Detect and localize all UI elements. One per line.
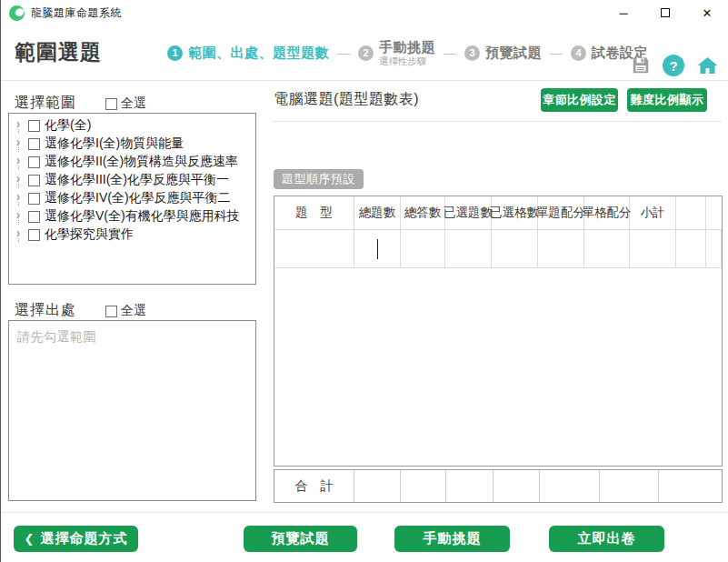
step-1-label: 範圍、出處、題型題數: [188, 45, 329, 62]
total-cell: [600, 470, 659, 502]
preview-exam-button[interactable]: 預覽試題: [244, 526, 357, 552]
question-type-table: 題 型 總題數 總答數 已選題數 已選格數 單題配分 單格配分 小計: [274, 196, 723, 467]
maximize-button[interactable]: [644, 0, 686, 25]
difficulty-ratio-button[interactable]: 難度比例顯示: [627, 88, 707, 112]
step-3: 3 預覽試題: [464, 45, 542, 62]
total-row-table: 合 計: [274, 469, 723, 503]
home-icon[interactable]: [696, 55, 719, 76]
step-4-number: 4: [571, 45, 586, 61]
step-2-sublabel: 選擇性步驟: [379, 55, 435, 66]
tree-item-label[interactable]: 化學探究與實作: [45, 226, 134, 243]
step-2-label: 手動挑題: [379, 39, 435, 55]
cell-total-answers[interactable]: [401, 230, 445, 268]
cell-selected-blanks[interactable]: [492, 230, 538, 268]
step-dash: —: [335, 45, 352, 60]
total-cell: [494, 470, 540, 502]
back-to-method-button[interactable]: ❮ 選擇命題方式: [14, 526, 138, 552]
step-dash: —: [442, 45, 458, 60]
table-empty-area: [274, 268, 722, 466]
minimize-button[interactable]: ─: [603, 0, 644, 25]
tree-item-elective-2[interactable]: › 選修化學II(全)物質構造與反應速率: [13, 153, 255, 171]
col-header-selected-questions: 已選題數: [445, 196, 492, 230]
tree-item-checkbox[interactable]: [28, 175, 40, 186]
cell-total-questions-input[interactable]: [354, 230, 401, 268]
right-panel-divider: [272, 121, 722, 122]
tree-item-checkbox[interactable]: [28, 193, 40, 205]
tree-item-label[interactable]: 選修化學III(全)化學反應與平衡一: [45, 172, 229, 188]
step-indicator: 1 範圍、出處、題型題數 — 2 手動挑題 選擇性步驟 — 3 預覽試題 — 4…: [167, 25, 648, 80]
chevron-left-icon: ❮: [25, 532, 35, 546]
generate-exam-button[interactable]: 立即出卷: [549, 526, 664, 552]
source-select-all-checkbox[interactable]: [105, 306, 117, 317]
expand-chevron-icon[interactable]: ›: [16, 153, 20, 166]
help-icon[interactable]: ?: [663, 55, 684, 76]
range-select-all-label: 全選: [121, 95, 146, 112]
cell-empty-1: [676, 230, 706, 268]
step-2: 2 手動挑題 選擇性步驟: [358, 39, 435, 65]
back-button-label: 選擇命題方式: [40, 530, 127, 547]
app-window: 龍騰題庫命題系統 ─ ✕ 範圍選題 1 範圍、出處、題型題數 — 2 手動挑題 …: [0, 0, 728, 562]
range-section-title: 選擇範圍: [15, 94, 76, 113]
expand-chevron-icon[interactable]: ›: [16, 135, 20, 147]
source-select-all-label: 全選: [121, 303, 146, 319]
range-tree: › 化學(全) › 選修化學I(全)物質與能量 › 選修化學II(全)物質構造與…: [8, 113, 256, 285]
expand-chevron-icon[interactable]: ›: [16, 189, 20, 202]
cell-points-per-question[interactable]: [538, 230, 584, 268]
close-button[interactable]: ✕: [686, 0, 728, 25]
tree-item-elective-4[interactable]: › 選修化學IV(全)化學反應與平衡二: [13, 189, 255, 207]
tree-item-checkbox[interactable]: [28, 120, 40, 132]
source-list-box: 請先勾選範圍: [8, 320, 256, 501]
manual-pick-button[interactable]: 手動挑題: [394, 526, 510, 552]
window-title: 龍騰題庫命題系統: [31, 5, 122, 21]
col-header-points-per-blank: 單格配分: [584, 196, 630, 230]
total-row-label: 合 計: [274, 470, 354, 502]
tree-item-checkbox[interactable]: [28, 211, 40, 223]
tree-item-checkbox[interactable]: [28, 229, 40, 241]
app-logo-icon: [9, 5, 25, 21]
tree-item-checkbox[interactable]: [28, 156, 40, 168]
col-header-empty-2: [706, 196, 722, 230]
source-section-title: 選擇出處: [15, 301, 76, 320]
range-select-all-checkbox[interactable]: [105, 98, 117, 110]
tree-item-elective-5[interactable]: › 選修化學V(全)有機化學與應用科技: [13, 207, 255, 226]
tree-item-label[interactable]: 化學(全): [45, 117, 91, 134]
total-cell: [659, 470, 722, 502]
computer-selection-title: 電腦選題(題型題數表): [274, 90, 419, 109]
expand-chevron-icon[interactable]: ›: [16, 116, 20, 129]
tree-item-chemistry-all[interactable]: › 化學(全): [13, 116, 255, 135]
tree-item-label[interactable]: 選修化學V(全)有機化學與應用科技: [45, 208, 240, 225]
tree-item-label[interactable]: 選修化學I(全)物質與能量: [45, 135, 184, 152]
question-type-preset-badge[interactable]: 題型順序預設: [274, 169, 364, 189]
step-1-number: 1: [167, 45, 183, 61]
title-bar: 龍騰題庫命題系統 ─ ✕: [1, 0, 728, 25]
tree-item-elective-3[interactable]: › 選修化學III(全)化學反應與平衡一: [13, 171, 255, 189]
step-3-number: 3: [464, 45, 480, 61]
cell-points-per-blank[interactable]: [584, 230, 630, 268]
total-cell: [446, 470, 494, 502]
col-header-question-type: 題 型: [274, 196, 354, 230]
tree-item-elective-1[interactable]: › 選修化學I(全)物質與能量: [13, 135, 255, 153]
col-header-subtotal: 小計: [630, 196, 676, 230]
tree-item-label[interactable]: 選修化學IV(全)化學反應與平衡二: [45, 190, 231, 206]
expand-chevron-icon[interactable]: ›: [16, 226, 20, 238]
maximize-icon: [661, 8, 670, 17]
tree-item-checkbox[interactable]: [28, 138, 40, 150]
cell-question-type[interactable]: [274, 230, 354, 268]
tree-item-label[interactable]: 選修化學II(全)物質構造與反應速率: [45, 154, 238, 170]
cell-empty-2: [706, 230, 722, 268]
source-select-all[interactable]: 全選: [105, 303, 146, 319]
text-caret: [377, 239, 378, 259]
tree-item-inquiry-practice[interactable]: › 化學探究與實作: [13, 226, 255, 244]
range-select-all[interactable]: 全選: [105, 95, 146, 112]
step-dash: —: [548, 45, 564, 60]
save-icon[interactable]: [631, 55, 651, 75]
expand-chevron-icon[interactable]: ›: [16, 207, 20, 220]
cell-subtotal[interactable]: [630, 230, 676, 268]
expand-chevron-icon[interactable]: ›: [16, 171, 20, 184]
page-title: 範圍選題: [15, 38, 102, 66]
total-cell: [401, 470, 446, 502]
header-divider: [1, 80, 728, 81]
chapter-ratio-button[interactable]: 章節比例設定: [541, 88, 618, 112]
cell-selected-questions[interactable]: [445, 230, 492, 268]
page-header: 範圍選題 1 範圍、出處、題型題數 — 2 手動挑題 選擇性步驟 — 3 預覽試…: [1, 25, 728, 80]
